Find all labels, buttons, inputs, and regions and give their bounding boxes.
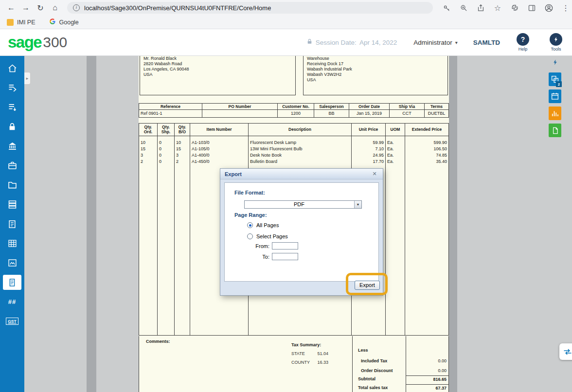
- items-cell: 3: [139, 152, 157, 159]
- url-bar[interactable]: i localhost/Sage300/OnPremise/QURNSU4tU0…: [67, 2, 433, 14]
- stack-icon: [7, 199, 18, 210]
- arrows-icon: [563, 348, 572, 356]
- lock-icon: [7, 122, 17, 132]
- share-icon[interactable]: [476, 3, 485, 13]
- items-cell: Ea.: [386, 140, 405, 146]
- company-selector[interactable]: SAMLTD: [473, 39, 500, 46]
- select-pages-label: Select Pages: [256, 233, 288, 239]
- bookmark-label: Google: [59, 19, 79, 26]
- page-from-input[interactable]: [272, 242, 298, 249]
- sidebar-item-services[interactable]: [3, 158, 21, 173]
- info-value: 1200: [278, 110, 314, 117]
- file-format-select[interactable]: PDF ▼: [244, 200, 362, 209]
- items-header: Extended Price: [405, 124, 448, 136]
- file-icon: [551, 126, 559, 135]
- tools-flyout-icon[interactable]: [552, 58, 558, 68]
- items-cell: A1-103/0: [190, 140, 248, 146]
- info-header: Terms: [425, 104, 448, 110]
- sidebar-item-home[interactable]: [3, 61, 21, 76]
- info-value: Jan 15, 2019: [349, 110, 390, 117]
- open-windows-button[interactable]: 2: [549, 72, 561, 86]
- page-to-input[interactable]: [272, 253, 298, 260]
- items-cell: 24.95: [352, 152, 385, 159]
- back-button[interactable]: ←: [5, 1, 18, 14]
- viewer-scroll-strip-right[interactable]: [449, 56, 457, 392]
- book-icon: [7, 219, 17, 229]
- export-button[interactable]: Export: [355, 281, 380, 290]
- items-cell: 2: [139, 159, 157, 165]
- total-label: Total sales tax: [358, 385, 388, 390]
- items-col-qty-shp: 0 0 0 0: [158, 136, 175, 335]
- total-value: 816.65: [406, 375, 449, 382]
- user-name: Administrator: [413, 39, 452, 46]
- comments-label: Comments:: [146, 339, 170, 344]
- sidebar-item-reports[interactable]: [3, 255, 21, 270]
- password-key-icon[interactable]: [442, 3, 451, 13]
- imi-pe-favicon: [7, 19, 14, 26]
- sidebar-item-folder[interactable]: [3, 178, 21, 193]
- browser-home-button[interactable]: ⌂: [49, 1, 61, 14]
- tools-lightning-icon: [550, 33, 562, 46]
- sidebar-item-ledger[interactable]: [3, 216, 21, 232]
- feedback-button[interactable]: [559, 343, 572, 360]
- viewer-scroll-strip-left[interactable]: [87, 56, 96, 392]
- folder-icon: [7, 180, 18, 190]
- sidebar-nav: ## GST: [0, 56, 24, 392]
- bookmark-google[interactable]: Google: [49, 18, 79, 26]
- items-cell: 59.99: [352, 140, 385, 146]
- address-line: Receiving Dock 17: [307, 61, 444, 67]
- items-cell: 7.10: [352, 146, 385, 152]
- google-favicon: [49, 18, 56, 26]
- reports-button[interactable]: [549, 107, 561, 120]
- all-pages-radio[interactable]: All Pages: [247, 222, 279, 228]
- select-pages-radio[interactable]: Select Pages: [247, 233, 288, 239]
- profile-icon[interactable]: [544, 3, 554, 13]
- bookmark-star-icon[interactable]: ☆: [493, 3, 502, 13]
- session-date: Session Date: Apr 14, 2022: [306, 38, 397, 47]
- tools-button[interactable]: Tools: [546, 33, 566, 52]
- documents-button[interactable]: [549, 124, 561, 137]
- side-panel-icon[interactable]: [527, 3, 536, 13]
- gst-icon: GST: [6, 318, 18, 325]
- sidebar-item-documents[interactable]: [3, 275, 21, 290]
- bar-chart-icon: [551, 109, 559, 118]
- items-col-extended-price: 599.90 106.50 74.85 35.40: [405, 136, 448, 335]
- help-button[interactable]: ? Help: [513, 33, 533, 52]
- dropdown-arrow-icon[interactable]: ▼: [354, 201, 361, 208]
- sidebar-item-numbers[interactable]: ##: [3, 294, 21, 309]
- sidebar-item-gst[interactable]: GST: [3, 314, 21, 329]
- browser-menu-icon[interactable]: ⋮: [561, 3, 571, 13]
- items-header: Qty. Ord.: [139, 124, 158, 136]
- sage-logo[interactable]: sage: [8, 33, 41, 52]
- bookmark-imi-pe[interactable]: IMI PE: [7, 19, 36, 26]
- items-header-row: Qty. Ord. Qty. Shp. Qty. B/O Item Number…: [139, 124, 448, 136]
- items-col-qty-bo: 10 15 3 2: [175, 136, 190, 335]
- address-line: USA: [307, 77, 444, 83]
- info-header: Customer No.: [278, 104, 314, 110]
- user-menu[interactable]: Administrator ▾: [413, 39, 458, 46]
- refresh-button[interactable]: ↻: [34, 1, 47, 14]
- items-cell: 15: [175, 146, 190, 152]
- items-cell: A1-105/0: [190, 146, 248, 152]
- file-format-value: PDF: [245, 201, 354, 208]
- sidebar-item-entries[interactable]: [3, 80, 21, 95]
- schedules-button[interactable]: [549, 89, 561, 103]
- info-value: BB: [314, 110, 349, 117]
- page-info-icon[interactable]: i: [73, 4, 80, 11]
- sidebar-item-tables[interactable]: [3, 236, 21, 251]
- zoom-icon[interactable]: [459, 3, 468, 13]
- sidebar-item-receipts[interactable]: [3, 100, 21, 115]
- extensions-icon[interactable]: [510, 3, 519, 13]
- dialog-close-icon[interactable]: ✕: [371, 171, 378, 177]
- export-dialog-title: Export: [225, 171, 242, 177]
- export-dialog-titlebar[interactable]: Export ✕: [220, 169, 383, 179]
- sidebar-item-banking[interactable]: [3, 139, 21, 154]
- sidebar-item-security[interactable]: [3, 119, 21, 134]
- forward-button[interactable]: →: [19, 1, 32, 14]
- items-header: Qty. Shp.: [158, 124, 175, 136]
- tools-label: Tools: [551, 47, 561, 52]
- sidebar-item-inventory[interactable]: [3, 197, 21, 212]
- items-cell: 0: [158, 140, 174, 146]
- sidebar-expand-handle[interactable]: ▸: [24, 72, 31, 85]
- order-info-table: Reference PO Number Customer No. Salespe…: [139, 103, 449, 118]
